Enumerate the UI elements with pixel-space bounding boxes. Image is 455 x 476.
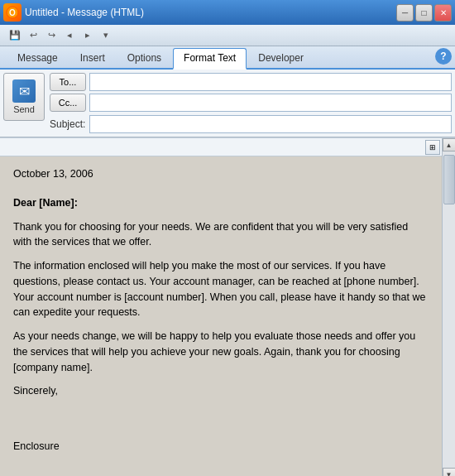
ribbon-tabs: Message Insert Options Format Text Devel… [0, 46, 455, 70]
send-button[interactable]: ✉ Send [3, 73, 45, 121]
redo-quick-btn[interactable]: ↪ [43, 27, 60, 44]
to-row: To... [50, 73, 452, 91]
subject-row: Subject: [50, 115, 452, 133]
body-container: ⊞ October 13, 2006 Dear [Name]: Thank yo… [0, 138, 442, 476]
minimize-button[interactable]: ─ [396, 4, 414, 22]
email-date: October 13, 2006 [13, 166, 429, 182]
to-button[interactable]: To... [50, 73, 86, 91]
save-quick-btn[interactable]: 💾 [7, 27, 23, 44]
undo-quick-btn[interactable]: ↩ [25, 27, 41, 44]
forward-quick-btn[interactable]: ▸ [79, 27, 96, 44]
email-para1: Thank you for choosing for your needs. W… [13, 219, 429, 251]
window-title: Untitled - Message (HTML) [25, 7, 396, 18]
tab-format-text[interactable]: Format Text [173, 48, 247, 70]
tab-message[interactable]: Message [7, 48, 69, 68]
form-area: ✉ Send To... Cc... Subject: [0, 70, 455, 137]
svg-text:O: O [9, 8, 16, 17]
scroll-up-arrow[interactable]: ▲ [443, 138, 456, 151]
toolbar-expand-btn[interactable]: ⊞ [425, 140, 440, 155]
send-label: Send [13, 104, 35, 114]
email-para2: The information enclosed will help you m… [13, 258, 429, 320]
window-controls: ─ □ ✕ [396, 4, 452, 22]
cc-row: Cc... [50, 94, 452, 112]
title-bar: O Untitled - Message (HTML) ─ □ ✕ [0, 0, 455, 25]
scroll-thumb[interactable] [443, 155, 455, 204]
dropdown-quick-btn[interactable]: ▾ [98, 27, 114, 44]
maximize-button[interactable]: □ [415, 4, 433, 22]
send-icon: ✉ [12, 79, 36, 103]
cc-input[interactable] [89, 94, 452, 112]
scroll-down-arrow[interactable]: ▼ [443, 468, 456, 476]
form-fields: To... Cc... Subject: [50, 73, 452, 133]
tab-options[interactable]: Options [117, 48, 172, 68]
email-greeting: Dear [Name]: [13, 195, 429, 211]
quick-access-toolbar: 💾 ↩ ↪ ◂ ▸ ▾ [0, 25, 455, 46]
email-para3: As your needs change, we will be happy t… [13, 329, 429, 375]
email-closing: Sincerely, [13, 383, 429, 399]
subject-input[interactable] [89, 115, 452, 133]
close-button[interactable]: ✕ [434, 4, 452, 22]
main-content: ⊞ October 13, 2006 Dear [Name]: Thank yo… [0, 137, 455, 476]
back-quick-btn[interactable]: ◂ [61, 27, 78, 44]
tab-developer[interactable]: Developer [247, 48, 314, 68]
app-icon: O [3, 3, 22, 22]
scrollbar: ▲ ▼ [442, 138, 455, 476]
body-toolbar: ⊞ [0, 138, 442, 156]
cc-button[interactable]: Cc... [50, 94, 86, 112]
tab-insert[interactable]: Insert [69, 48, 116, 68]
email-content[interactable]: October 13, 2006 Dear [Name]: Thank you … [0, 156, 442, 476]
help-button[interactable]: ? [435, 48, 452, 65]
scroll-track [443, 151, 456, 468]
to-input[interactable] [89, 73, 452, 91]
subject-label: Subject: [50, 118, 86, 130]
email-enclosure: Enclosure [13, 439, 429, 454]
